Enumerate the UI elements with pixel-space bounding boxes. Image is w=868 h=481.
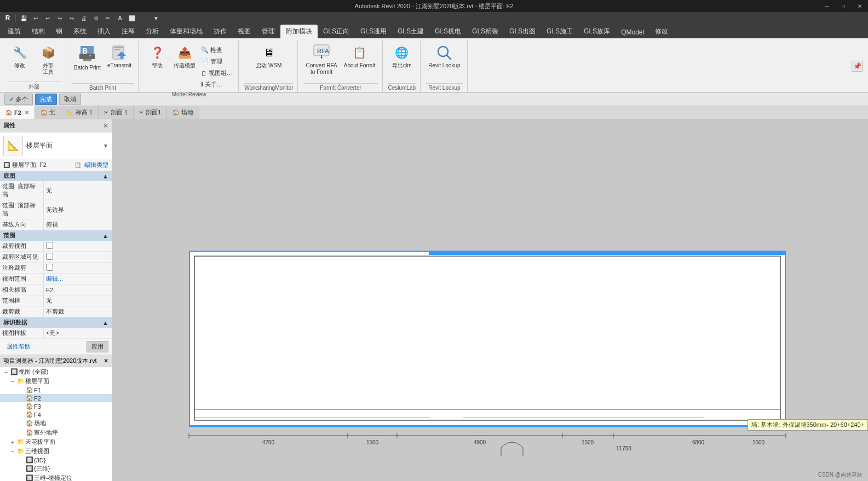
tab-gls-mep[interactable]: GLS机电 (429, 25, 467, 38)
about2-button[interactable]: ℹ 关于... (199, 79, 234, 90)
section-identity[interactable]: 标识数据 ▲ (0, 317, 112, 328)
tree-outdoor[interactable]: 🏠 室外地坪 (0, 428, 112, 437)
print-button[interactable]: 🖨 (78, 13, 89, 23)
tab-qmodel[interactable]: QModel (616, 26, 649, 38)
export-clm-button[interactable]: 🌐 导出clm (389, 43, 415, 70)
tree-floor-plans[interactable]: − 📁 楼层平面 (0, 376, 112, 386)
pencil-icon[interactable]: ✏ (102, 13, 113, 23)
tab-annotate[interactable]: 注释 (116, 25, 140, 38)
tab-analyze[interactable]: 分析 (140, 25, 164, 38)
view-tab-north[interactable]: 🏠 北 (35, 106, 61, 119)
prop-crop-visible-value[interactable] (44, 252, 112, 262)
tab-gls-family[interactable]: GLS族库 (578, 25, 616, 38)
tab-gls-construct[interactable]: GLS施工 (541, 25, 578, 38)
convert-rfa-button[interactable]: RFA Convert RFAto FormIt (303, 43, 339, 77)
qat-dropdown-icon[interactable]: ▼ (151, 13, 162, 23)
view-tab-f2[interactable]: 🏠 F2 ✕ (0, 106, 35, 119)
tab-massing[interactable]: 体量和场地 (164, 25, 208, 38)
tab-view[interactable]: 视图 (232, 25, 256, 38)
tree-site[interactable]: 🏠 场地 (0, 419, 112, 428)
tree-f4[interactable]: 🏠 F4 (0, 410, 112, 419)
maximize-button[interactable]: □ (835, 0, 852, 12)
more-icon[interactable]: … (139, 13, 150, 23)
redo-button[interactable]: ↪ (54, 13, 65, 23)
settings-icon[interactable]: ⚙ (90, 13, 101, 23)
prop-view-range-value[interactable]: 编辑... (44, 274, 112, 284)
tab-steel[interactable]: 钢 (50, 25, 68, 38)
tree-f1[interactable]: 🏠 F1 (0, 386, 112, 394)
redo2-button[interactable]: ↪ (66, 13, 77, 23)
modify-button[interactable]: 🔧 修改 (7, 43, 33, 70)
tree-f3[interactable]: 🏠 F3 (0, 402, 112, 410)
multiple-button[interactable]: ✓ 多个 (4, 94, 33, 105)
section-range[interactable]: 范围 ▲ (0, 230, 112, 241)
tab-structure[interactable]: 结构 (26, 25, 50, 38)
transmit-model-button[interactable]: 📤 传递模型 (171, 43, 198, 70)
app-menu-button[interactable]: R (2, 13, 13, 23)
finish-button[interactable]: 完成 (35, 94, 57, 105)
batch-print-button[interactable]: B Batch Print (72, 43, 103, 72)
prop-annotation-crop-value[interactable] (44, 263, 112, 273)
prop-help-link[interactable]: 属性帮助 (3, 341, 34, 352)
undo2-button[interactable]: ↩ (42, 13, 53, 23)
text-icon[interactable]: A (114, 13, 125, 23)
tree-f2[interactable]: 🏠 F2 (0, 394, 112, 402)
manage-btn[interactable]: 📄 管理 (199, 56, 234, 67)
about-button[interactable]: 🗒 视图组... (199, 68, 234, 78)
tree-ceiling[interactable]: + 📁 天花板平面 (0, 437, 112, 447)
tree-icon-outdoor: 🏠 (25, 429, 34, 436)
browser-close-button[interactable]: ✕ (104, 357, 108, 364)
tree-3d-collision[interactable]: 🔲 三维-碰撞定位 (0, 473, 112, 481)
panel-pin-icon[interactable]: 📌 (852, 61, 863, 72)
canvas-area[interactable]: 4700 1500 4900 1500 6800 1500 11750 墙: 基… (112, 119, 868, 481)
tree-3d-cn[interactable]: 🔲 {三维} (0, 464, 112, 473)
view-tab-site[interactable]: 🏠 场地 (167, 106, 199, 119)
revit-lookup-button[interactable]: Revit Lookup (426, 43, 462, 70)
view-tab-section1[interactable]: ✂ 剖面 1 (99, 106, 134, 119)
properties-close-button[interactable]: ✕ (103, 122, 108, 130)
tab-architecture[interactable]: 建筑 (2, 25, 26, 38)
view-tab-section2[interactable]: ✂ 剖面1 (134, 106, 167, 119)
tree-toggle-3d[interactable]: − (9, 448, 16, 455)
tree-3d-default[interactable]: 🔲 {3D} (0, 456, 112, 464)
tree-toggle-floor[interactable]: − (9, 378, 16, 385)
tab-icon-f2: 🏠 (5, 109, 12, 115)
view-tab-elevation1[interactable]: 📐 标高 1 (61, 106, 99, 119)
edit-type-button[interactable]: 编辑类型 (84, 161, 108, 169)
help-button[interactable]: ❓ 帮助 (144, 43, 170, 70)
apply-button[interactable]: 应用 (87, 341, 108, 352)
type-dropdown-icon[interactable]: ▼ (103, 143, 108, 149)
tab-close-f2[interactable]: ✕ (25, 110, 29, 115)
tree-toggle-ceiling[interactable]: + (9, 439, 16, 445)
type-icon: 📐 (3, 136, 23, 155)
close-button[interactable]: ✕ (852, 0, 868, 12)
tab-manage[interactable]: 管理 (256, 25, 280, 38)
shape-icon[interactable]: ⬜ (127, 13, 137, 23)
minimize-button[interactable]: ─ (819, 0, 835, 12)
tab-gls-decor[interactable]: GLS精装 (467, 25, 504, 38)
tab-gls-civil[interactable]: GLS土建 (392, 25, 429, 38)
tab-gls-draw[interactable]: GLS出图 (504, 25, 541, 38)
prop-crop-view-value[interactable] (44, 241, 112, 251)
tab-gls-forward[interactable]: GLS正向 (318, 25, 355, 38)
tree-3d-views[interactable]: − 📁 三维视图 (0, 447, 112, 456)
check-button[interactable]: 🔍 检查 (199, 45, 234, 55)
tab-modify[interactable]: 修改 (649, 25, 674, 38)
manage-icon: 📄 (201, 58, 209, 65)
section-basemap[interactable]: 底图 ▲ (0, 171, 112, 181)
save-button[interactable]: 💾 (18, 13, 29, 23)
tab-system[interactable]: 系统 (68, 25, 92, 38)
tree-views-all[interactable]: − 🔲 视图 (全部) (0, 367, 112, 376)
tab-insert[interactable]: 插入 (92, 25, 116, 38)
etransmit-button[interactable]: eTransmit (105, 43, 134, 70)
tab-collaborate[interactable]: 协作 (208, 25, 232, 38)
external-tool-button[interactable]: 📦 外部工具 (35, 43, 61, 77)
tab-gls-general[interactable]: GLS通用 (355, 25, 392, 38)
about-formit-button[interactable]: 📋 About FormIt (342, 43, 378, 70)
undo-button[interactable]: ↩ (30, 13, 41, 23)
tree-toggle-views[interactable]: − (2, 369, 10, 375)
cancel-button[interactable]: 取消 (59, 94, 81, 105)
tab-addins[interactable]: 附加模块 (280, 25, 318, 38)
svg-rect-6 (114, 47, 123, 48)
wsm-button[interactable]: 🖥 启动 WSM (254, 43, 284, 70)
